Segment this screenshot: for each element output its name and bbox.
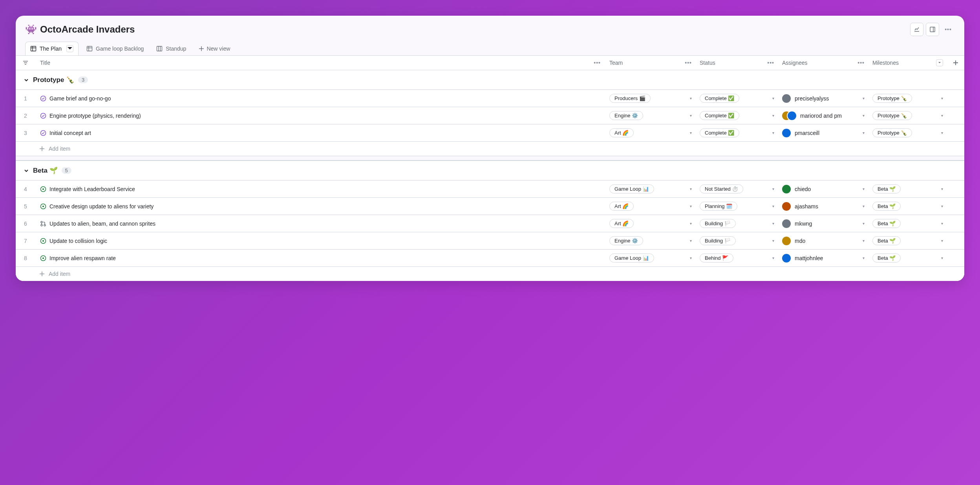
cell-caret-icon[interactable]: ▾ bbox=[690, 204, 692, 208]
col-status-label[interactable]: Status bbox=[700, 60, 715, 66]
row-title[interactable]: Update to collision logic bbox=[49, 238, 107, 244]
milestone-cell[interactable]: Prototype 🍾 ▾ bbox=[868, 109, 947, 122]
cell-caret-icon[interactable]: ▾ bbox=[941, 113, 943, 118]
cell-caret-icon[interactable]: ▾ bbox=[941, 96, 943, 100]
cell-caret-icon[interactable]: ▾ bbox=[941, 256, 943, 260]
milestone-cell[interactable]: Beta 🌱 ▾ bbox=[868, 199, 947, 213]
add-column-button[interactable] bbox=[947, 60, 964, 66]
cell-caret-icon[interactable]: ▾ bbox=[941, 204, 943, 208]
assignees-cell[interactable]: mkwng ▾ bbox=[778, 217, 868, 230]
status-cell[interactable]: Building 🏳️ ▾ bbox=[696, 217, 778, 230]
table-row[interactable]: 2 Engine prototype (physics, rendering) … bbox=[16, 107, 964, 124]
team-cell[interactable]: Art 🌈 ▾ bbox=[605, 217, 696, 230]
col-title-label[interactable]: Title bbox=[40, 60, 50, 66]
cell-caret-icon[interactable]: ▾ bbox=[941, 187, 943, 191]
milestone-cell[interactable]: Beta 🌱 ▾ bbox=[868, 251, 947, 265]
add-item-button[interactable]: Add item bbox=[16, 266, 964, 281]
row-title[interactable]: Integrate with Leaderboard Service bbox=[49, 186, 135, 192]
cell-caret-icon[interactable]: ▾ bbox=[772, 113, 774, 118]
col-milestones-label[interactable]: Milestones bbox=[872, 60, 899, 66]
tab-the-plan[interactable]: The Plan bbox=[25, 42, 79, 55]
cell-caret-icon[interactable]: ▾ bbox=[690, 96, 692, 100]
milestone-cell[interactable]: Beta 🌱 ▾ bbox=[868, 234, 947, 248]
more-button[interactable]: ••• bbox=[942, 23, 955, 36]
team-cell[interactable]: Producers 🎬 ▾ bbox=[605, 91, 696, 105]
assignees-cell[interactable]: mattjohnlee ▾ bbox=[778, 252, 868, 265]
cell-caret-icon[interactable]: ▾ bbox=[772, 131, 774, 135]
assignees-cell[interactable]: preciselyalyss ▾ bbox=[778, 92, 868, 105]
group-header[interactable]: Beta 🌱 5 bbox=[16, 160, 964, 180]
status-cell[interactable]: Planning 🗓️ ▾ bbox=[696, 199, 778, 213]
cell-caret-icon[interactable]: ▾ bbox=[941, 221, 943, 226]
cell-caret-icon[interactable]: ▾ bbox=[941, 131, 943, 135]
col-team-label[interactable]: Team bbox=[609, 60, 623, 66]
team-cell[interactable]: Game Loop 📊 ▾ bbox=[605, 182, 696, 196]
filter-button[interactable] bbox=[16, 60, 35, 66]
col-status-menu[interactable]: ••• bbox=[767, 60, 774, 66]
table-row[interactable]: 1 Game brief and go-no-go Producers 🎬 ▾ … bbox=[16, 89, 964, 107]
tab-standup[interactable]: Standup bbox=[152, 42, 191, 55]
status-cell[interactable]: Complete ✅ ▾ bbox=[696, 126, 778, 140]
cell-caret-icon[interactable]: ▾ bbox=[772, 204, 774, 208]
col-title-menu[interactable]: ••• bbox=[594, 60, 601, 66]
milestone-cell[interactable]: Beta 🌱 ▾ bbox=[868, 182, 947, 196]
cell-caret-icon[interactable]: ▾ bbox=[690, 256, 692, 260]
cell-caret-icon[interactable]: ▾ bbox=[941, 239, 943, 243]
insights-button[interactable] bbox=[910, 23, 923, 36]
add-item-button[interactable]: Add item bbox=[16, 141, 964, 156]
team-cell[interactable]: Art 🌈 ▾ bbox=[605, 126, 696, 140]
milestone-cell[interactable]: Prototype 🍾 ▾ bbox=[868, 126, 947, 140]
table-row[interactable]: 8 Improve alien respawn rate Game Loop 📊… bbox=[16, 249, 964, 266]
cell-caret-icon[interactable]: ▾ bbox=[690, 113, 692, 118]
assignees-cell[interactable]: mdo ▾ bbox=[778, 234, 868, 248]
cell-caret-icon[interactable]: ▾ bbox=[772, 256, 774, 260]
row-title[interactable]: Game brief and go-no-go bbox=[49, 95, 111, 102]
row-title[interactable]: Creative design update to aliens for var… bbox=[49, 203, 154, 210]
assignees-cell[interactable]: ajashams ▾ bbox=[778, 200, 868, 213]
cell-caret-icon[interactable]: ▾ bbox=[863, 256, 865, 260]
row-title[interactable]: Engine prototype (physics, rendering) bbox=[49, 113, 141, 119]
cell-caret-icon[interactable]: ▾ bbox=[690, 221, 692, 226]
status-cell[interactable]: Building 🏳️ ▾ bbox=[696, 234, 778, 248]
new-view-button[interactable]: New view bbox=[194, 42, 235, 55]
table-row[interactable]: 3 Initial concept art Art 🌈 ▾ Complete ✅… bbox=[16, 124, 964, 141]
cell-caret-icon[interactable]: ▾ bbox=[690, 187, 692, 191]
tab-backlog[interactable]: Game loop Backlog bbox=[82, 42, 148, 55]
cell-caret-icon[interactable]: ▾ bbox=[772, 187, 774, 191]
cell-caret-icon[interactable]: ▾ bbox=[863, 204, 865, 208]
cell-caret-icon[interactable]: ▾ bbox=[690, 239, 692, 243]
team-cell[interactable]: Engine ⚙️ ▾ bbox=[605, 234, 696, 248]
milestone-cell[interactable]: Beta 🌱 ▾ bbox=[868, 217, 947, 230]
row-title[interactable]: Improve alien respawn rate bbox=[49, 255, 116, 261]
col-team-menu[interactable]: ••• bbox=[685, 60, 692, 66]
cell-caret-icon[interactable]: ▾ bbox=[863, 221, 865, 226]
team-cell[interactable]: Game Loop 📊 ▾ bbox=[605, 251, 696, 265]
status-cell[interactable]: Behind 🚩 ▾ bbox=[696, 251, 778, 265]
group-header[interactable]: Prototype 🍾 3 bbox=[16, 70, 964, 89]
team-cell[interactable]: Art 🌈 ▾ bbox=[605, 199, 696, 213]
team-cell[interactable]: Engine ⚙️ ▾ bbox=[605, 109, 696, 122]
panel-button[interactable] bbox=[926, 23, 939, 36]
cell-caret-icon[interactable]: ▾ bbox=[863, 187, 865, 191]
col-milestones-menu[interactable] bbox=[936, 59, 943, 66]
col-assignees-label[interactable]: Assignees bbox=[782, 60, 808, 66]
assignees-cell[interactable]: mariorod and pm ▾ bbox=[778, 109, 868, 122]
cell-caret-icon[interactable]: ▾ bbox=[772, 96, 774, 100]
cell-caret-icon[interactable]: ▾ bbox=[863, 131, 865, 135]
status-cell[interactable]: Complete ✅ ▾ bbox=[696, 109, 778, 122]
assignees-cell[interactable]: pmarsceill ▾ bbox=[778, 126, 868, 140]
col-assignees-menu[interactable]: ••• bbox=[858, 60, 865, 66]
status-cell[interactable]: Complete ✅ ▾ bbox=[696, 91, 778, 105]
milestone-cell[interactable]: Prototype 🍾 ▾ bbox=[868, 91, 947, 105]
cell-caret-icon[interactable]: ▾ bbox=[690, 131, 692, 135]
table-row[interactable]: 7 Update to collision logic Engine ⚙️ ▾ … bbox=[16, 232, 964, 249]
status-cell[interactable]: Not Started ⏱️ ▾ bbox=[696, 182, 778, 196]
table-row[interactable]: 4 Integrate with Leaderboard Service Gam… bbox=[16, 180, 964, 197]
row-title[interactable]: Updates to alien, beam, and cannon sprit… bbox=[49, 221, 155, 227]
cell-caret-icon[interactable]: ▾ bbox=[772, 221, 774, 226]
table-row[interactable]: 5 Creative design update to aliens for v… bbox=[16, 197, 964, 215]
cell-caret-icon[interactable]: ▾ bbox=[863, 113, 865, 118]
tab-dropdown[interactable] bbox=[66, 45, 73, 52]
row-title[interactable]: Initial concept art bbox=[49, 130, 91, 136]
table-row[interactable]: 6 Updates to alien, beam, and cannon spr… bbox=[16, 215, 964, 232]
